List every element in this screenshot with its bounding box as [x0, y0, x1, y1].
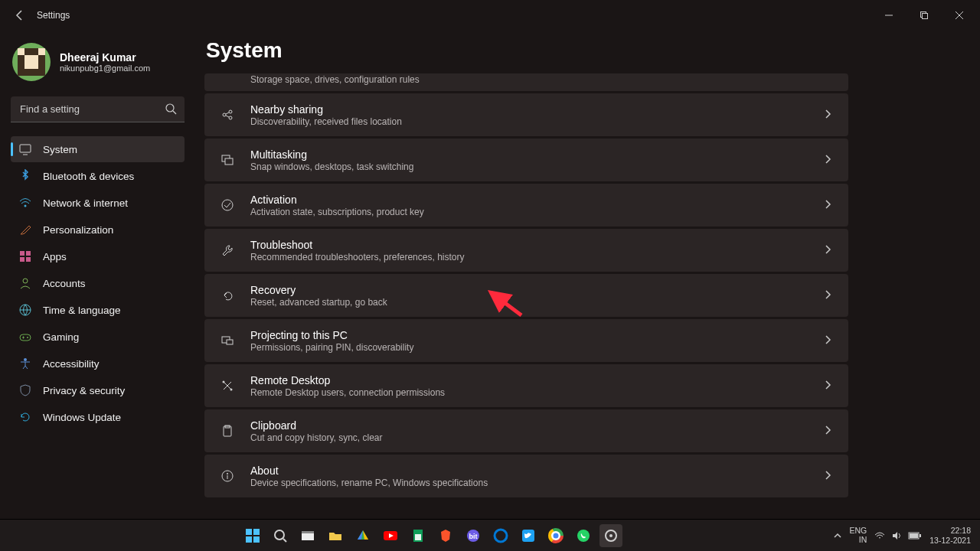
bluetooth-icon [18, 169, 32, 183]
back-button[interactable] [8, 3, 32, 28]
sidebar-item-bluetooth[interactable]: Bluetooth & devices [11, 163, 185, 189]
taskbar-start[interactable] [241, 524, 264, 547]
remote-icon [218, 377, 237, 395]
sidebar-item-privacy[interactable]: Privacy & security [11, 377, 185, 403]
svg-point-16 [24, 358, 27, 361]
chevron-right-icon [822, 470, 835, 482]
info-icon [218, 467, 237, 485]
setting-projecting[interactable]: Projecting to this PCPermissions, pairin… [204, 319, 848, 362]
nav: SystemBluetooth & devicesNetwork & inter… [11, 136, 185, 430]
svg-point-46 [495, 530, 507, 542]
sidebar-item-time[interactable]: Time & language [11, 297, 185, 323]
svg-point-7 [24, 205, 27, 207]
clock[interactable]: 22:18 13-12-2021 [929, 526, 971, 544]
setting-remote[interactable]: Remote DesktopRemote Desktop users, conn… [204, 364, 848, 407]
setting-nearby[interactable]: Nearby sharingDiscoverability, received … [204, 93, 848, 136]
setting-about[interactable]: AboutDevice specifications, rename PC, W… [204, 455, 848, 497]
monitor-icon [18, 142, 32, 156]
svg-rect-2 [923, 14, 928, 19]
taskbar-taskview[interactable] [296, 524, 319, 547]
tray-chevron-up-icon[interactable] [833, 531, 842, 540]
sidebar-item-label: Bluetooth & devices [43, 171, 134, 182]
close-button[interactable] [942, 3, 977, 28]
taskbar-drive[interactable] [351, 524, 374, 547]
sidebar-item-accounts[interactable]: Accounts [11, 270, 185, 296]
share-icon [218, 106, 237, 124]
svg-rect-58 [920, 534, 921, 537]
sidebar-item-label: System [43, 144, 77, 155]
accessibility-icon [18, 357, 32, 370]
project-icon [218, 331, 237, 350]
card-subtitle: Reset, advanced startup, go back [250, 297, 808, 308]
setting-activation[interactable]: ActivationActivation state, subscription… [204, 184, 848, 227]
wifi-icon[interactable] [874, 530, 885, 541]
card-title: Projecting to this PC [250, 329, 808, 341]
taskbar-brave[interactable] [434, 524, 457, 547]
svg-rect-9 [26, 251, 31, 256]
svg-point-37 [275, 530, 284, 540]
setting-recovery[interactable]: RecoveryReset, advanced startup, go back [204, 274, 848, 317]
taskbar-edge[interactable] [489, 524, 512, 547]
taskbar-chrome[interactable] [544, 524, 567, 547]
card-subtitle: Storage space, drives, configuration rul… [250, 74, 835, 85]
svg-rect-36 [253, 536, 260, 543]
sidebar-item-personalization[interactable]: Personalization [11, 217, 185, 243]
check-circle-icon [218, 196, 237, 214]
svg-rect-43 [415, 534, 421, 540]
chevron-right-icon [822, 109, 835, 121]
chevron-right-icon [822, 425, 835, 437]
taskbar-youtube[interactable] [379, 524, 402, 547]
card-subtitle: Activation state, subscriptions, product… [250, 207, 808, 217]
chevron-right-icon [822, 244, 835, 256]
brush-icon [18, 223, 32, 236]
sidebar-item-label: Personalization [43, 224, 113, 236]
taskbar-twitter[interactable] [517, 524, 540, 547]
svg-line-38 [283, 539, 286, 542]
minimize-button[interactable] [871, 3, 906, 28]
setting-clipboard[interactable]: ClipboardCut and copy history, sync, cle… [204, 409, 848, 452]
svg-point-26 [230, 389, 233, 391]
volume-icon[interactable] [891, 530, 902, 541]
taskbar-whatsapp[interactable] [572, 524, 595, 547]
sidebar-item-accessibility[interactable]: Accessibility [11, 350, 185, 377]
sidebar-item-network[interactable]: Network & internet [11, 190, 185, 216]
card-subtitle: Cut and copy history, sync, clear [250, 432, 808, 443]
svg-rect-14 [20, 334, 31, 341]
sidebar-item-apps[interactable]: Apps [11, 243, 185, 269]
maximize-button[interactable] [906, 3, 942, 28]
avatar [12, 43, 51, 81]
card-title: About [250, 465, 808, 477]
settings-list: Storage space, drives, configuration rul… [204, 73, 848, 497]
card-subtitle: Discoverability, received files location [250, 116, 808, 127]
setting-multitask[interactable]: MultitaskingSnap windows, desktops, task… [204, 139, 848, 181]
clipboard-icon [218, 422, 237, 440]
user-profile[interactable]: Dheeraj Kumar nikunpubg1@gmail.com [11, 38, 185, 96]
card-title: Multitasking [250, 148, 808, 161]
svg-point-30 [227, 473, 228, 474]
content: System Storage space, drives, configurat… [195, 31, 980, 519]
sidebar-item-label: Gaming [43, 331, 79, 343]
taskbar-sheets[interactable] [407, 524, 430, 547]
undo-icon [218, 286, 237, 305]
setting-troubleshoot[interactable]: TroubleshootRecommended troubleshooters,… [204, 229, 848, 272]
search-box[interactable] [11, 96, 185, 122]
card-subtitle: Snap windows, desktops, task switching [250, 161, 808, 172]
globe-icon [18, 303, 32, 317]
setting-storage_partial: Storage space, drives, configuration rul… [204, 73, 848, 91]
wrench-icon [218, 241, 237, 259]
language-indicator[interactable]: ENG IN [850, 527, 867, 544]
taskbar-bit[interactable]: bit [462, 524, 485, 547]
taskbar-search[interactable] [269, 524, 292, 547]
person-icon [18, 276, 32, 290]
battery-icon[interactable] [908, 531, 922, 540]
sidebar-item-label: Windows Update [43, 412, 121, 423]
search-input[interactable] [11, 96, 185, 122]
taskbar-settings[interactable] [599, 524, 622, 547]
svg-rect-24 [227, 340, 233, 344]
taskbar-explorer[interactable] [324, 524, 347, 547]
sidebar-item-gaming[interactable]: Gaming [11, 324, 185, 350]
svg-rect-10 [20, 257, 24, 262]
sidebar-item-update[interactable]: Windows Update [11, 404, 185, 430]
titlebar: Settings [0, 0, 980, 31]
sidebar-item-system[interactable]: System [11, 136, 185, 162]
